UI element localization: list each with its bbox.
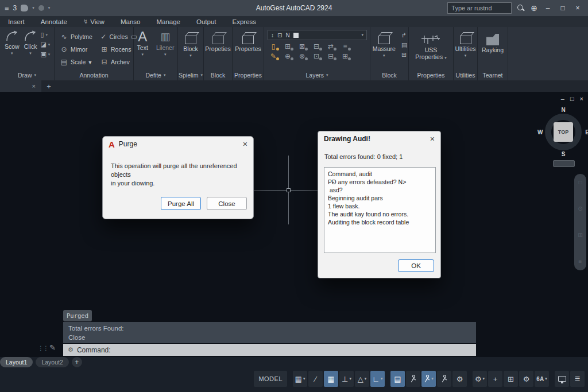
drawing-tab[interactable]: ×	[0, 80, 41, 92]
tool-propertes[interactable]: Propertes	[233, 29, 264, 70]
tool-massure[interactable]: Massure▾	[370, 29, 398, 70]
purge-close-button[interactable]: Close	[207, 197, 247, 210]
object-snap-button[interactable]	[406, 371, 420, 387]
navigation-bar[interactable]: □ ⊙ ⊞ ≡	[574, 174, 586, 270]
drawing-close-button[interactable]: ×	[580, 95, 583, 102]
tool-click[interactable]: Click▾	[22, 29, 40, 70]
menu-manso[interactable]: Manso	[113, 16, 149, 27]
draw-region-tool[interactable]: ▣▾	[40, 51, 50, 58]
command-gear-icon[interactable]: ⚙	[68, 346, 74, 354]
layer-tool-freeze[interactable]: ⊞	[284, 42, 292, 51]
annotation-scale-button[interactable]: 6A▾	[535, 371, 549, 387]
undo-icon[interactable]	[38, 5, 44, 11]
panel-label-layers[interactable]: Layers▾	[264, 70, 370, 80]
clean-screen-button[interactable]	[555, 371, 569, 387]
menu-express[interactable]: Express	[225, 16, 265, 27]
ortho-mode-button[interactable]: ⊥▾	[339, 371, 354, 387]
viewcube-east[interactable]: E	[585, 129, 588, 135]
nav-pan-icon[interactable]: □	[578, 180, 582, 185]
drawing-restore-button[interactable]: □	[570, 95, 574, 102]
tool-block-insert[interactable]: Block▾	[181, 29, 200, 70]
drawing-minimize-button[interactable]: –	[561, 95, 564, 102]
annotation-visibility-button[interactable]: ⊞	[504, 371, 518, 387]
draw-rectangle-tool[interactable]: ▯▾	[40, 31, 50, 38]
chevron-down-icon[interactable]: ▾	[48, 6, 51, 10]
command-grip-handle[interactable]: ⋮⋮	[38, 345, 48, 351]
layer-tool-unlock[interactable]: ⊡	[312, 52, 320, 60]
viewcube-south[interactable]: S	[562, 151, 566, 157]
audit-log[interactable]: Command, audit PÐ any errors defeasted? …	[324, 167, 436, 253]
search-icon[interactable]	[517, 5, 525, 12]
menu-view[interactable]: ↯View	[75, 16, 113, 27]
search-input[interactable]	[447, 2, 512, 14]
tool-utilities[interactable]: Ultilities▾	[452, 29, 478, 70]
layer-tool-on[interactable]: ▯	[269, 42, 277, 51]
wcs-badge[interactable]	[553, 160, 575, 167]
customize-icon[interactable]: ✎	[49, 343, 56, 352]
purge-all-button[interactable]: Purge All	[161, 197, 201, 210]
command-input[interactable]: ⚙ Command:	[63, 344, 476, 356]
nav-zoom-icon[interactable]: ⊞	[578, 232, 582, 238]
menu-insert[interactable]: Insert	[0, 16, 33, 27]
tool-uss-properties[interactable]: USSProperties ▾	[413, 29, 448, 70]
layer-tool-isolate[interactable]: ⊟	[312, 42, 320, 51]
add-status-button[interactable]: +	[488, 371, 502, 387]
layer-tool-merge[interactable]: ⊟	[327, 52, 335, 60]
nav-wheel-icon[interactable]: ⊙	[578, 206, 582, 212]
tab-layout1[interactable]: Layout1	[0, 357, 33, 367]
maximize-button[interactable]: □	[558, 4, 567, 12]
autoscale-button[interactable]: ⚙	[519, 371, 533, 387]
tool-propeties[interactable]: Propeties	[203, 29, 233, 70]
panel-label-defite[interactable]: Defite▾	[134, 70, 177, 80]
object-snap-3d-button[interactable]	[437, 371, 451, 387]
tool-rayking[interactable]: Rayking	[479, 29, 506, 70]
tool-mimor[interactable]: ⊙Mimor	[60, 45, 100, 53]
tool-rocens[interactable]: ⊞Rocens	[100, 45, 137, 53]
layer-tool-properties[interactable]: ≡	[341, 42, 349, 51]
block-card-tool[interactable]: ▤	[401, 41, 407, 49]
menu-annotate[interactable]: Annotate	[33, 16, 75, 27]
panel-label-spielim[interactable]: Spielim▾	[178, 70, 203, 80]
model-space-button[interactable]: MODEL	[254, 371, 287, 387]
close-button[interactable]: ×	[573, 4, 582, 12]
chevron-down-icon[interactable]: ▾	[11, 51, 13, 56]
osnap-tracking-button[interactable]: ∟▾	[370, 371, 385, 387]
tool-polytme[interactable]: ∿Polytme	[60, 33, 100, 41]
tool-text[interactable]: A Text▾	[135, 29, 150, 70]
chevron-down-icon[interactable]: ▾	[88, 59, 91, 65]
tool-scow[interactable]: Scow▾	[2, 29, 22, 70]
layer-tool-match[interactable]: ⇄	[327, 42, 335, 51]
layer-select[interactable]: ↕ ⊡ N ▾	[268, 30, 367, 40]
drawing-canvas[interactable]: – □ × N S W E TOP □ ⊙ ⊞ ≡ A Pu	[0, 92, 588, 392]
minimize-button[interactable]: –	[543, 4, 552, 12]
viewcube-west[interactable]: W	[537, 129, 543, 135]
tool-circles[interactable]: ✓Circles▭	[100, 33, 137, 41]
tab-close-icon[interactable]: ×	[32, 83, 36, 90]
snap-mode-button[interactable]: ∕	[308, 371, 323, 387]
viewcube-top-face[interactable]: TOP	[554, 122, 573, 142]
nav-orbit-icon[interactable]: ≡	[579, 259, 582, 265]
audit-ok-button[interactable]: OK	[398, 259, 434, 272]
new-tab-button[interactable]: +	[41, 82, 56, 91]
tool-lilener[interactable]: ▥ Lilener▾	[154, 29, 177, 70]
polar-tracking-button[interactable]: △▾	[355, 371, 369, 387]
panel-label-draw[interactable]: Draw▾	[0, 70, 54, 80]
dynamic-ucs-button[interactable]: ⚙	[452, 371, 467, 387]
add-layout-button[interactable]: +	[72, 357, 82, 367]
layer-tool-lock[interactable]: ⊠	[298, 42, 306, 51]
chevron-down-icon[interactable]: ▾	[29, 51, 32, 56]
tab-layout2[interactable]: Layout2	[36, 357, 68, 367]
layer-tool-make-current[interactable]: ✎	[269, 52, 277, 60]
draw-hatch-tool[interactable]: ◪▾	[40, 41, 50, 48]
viewcube[interactable]: N S W E TOP	[543, 111, 584, 153]
lineweight-button[interactable]: ▤	[390, 371, 405, 387]
tool-scale[interactable]: ▤Scale▾	[60, 58, 100, 66]
share-icon[interactable]: ⊕	[531, 3, 537, 13]
chevron-down-icon[interactable]: ▾	[32, 6, 34, 10]
block-grid-tool[interactable]: ⊞	[401, 51, 407, 59]
chevron-down-icon[interactable]: ▾	[361, 33, 363, 37]
layer-tool-off[interactable]: ⊕	[284, 52, 292, 60]
grid-display-button[interactable]: ▦▾	[293, 371, 307, 387]
audit-close-icon[interactable]: ×	[430, 134, 435, 143]
viewcube-north[interactable]: N	[561, 107, 565, 113]
